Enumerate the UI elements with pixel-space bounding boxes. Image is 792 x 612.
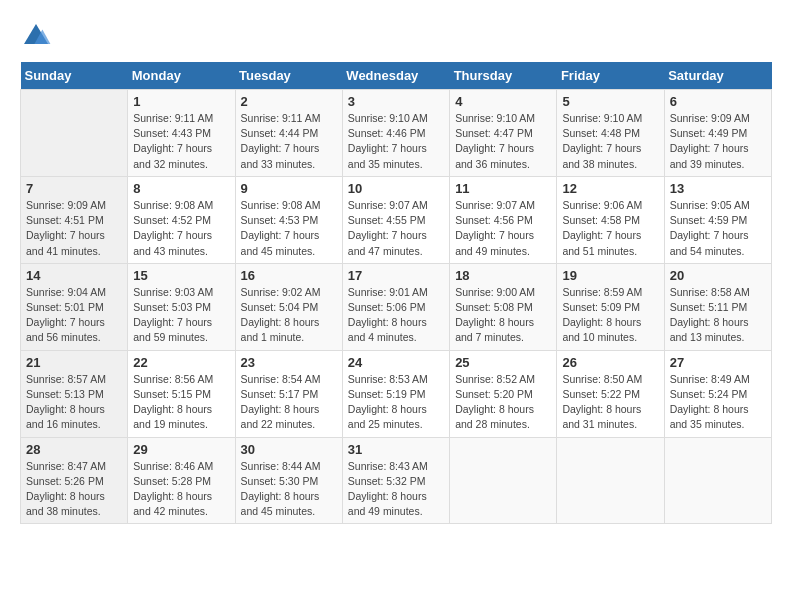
week-row-3: 14Sunrise: 9:04 AMSunset: 5:01 PMDayligh… — [21, 263, 772, 350]
calendar-cell: 8Sunrise: 9:08 AMSunset: 4:52 PMDaylight… — [128, 176, 235, 263]
calendar-cell: 11Sunrise: 9:07 AMSunset: 4:56 PMDayligh… — [450, 176, 557, 263]
day-number: 28 — [26, 442, 122, 457]
calendar-cell: 16Sunrise: 9:02 AMSunset: 5:04 PMDayligh… — [235, 263, 342, 350]
day-number: 5 — [562, 94, 658, 109]
day-number: 25 — [455, 355, 551, 370]
day-info: Sunrise: 8:49 AMSunset: 5:24 PMDaylight:… — [670, 372, 766, 433]
calendar-cell: 9Sunrise: 9:08 AMSunset: 4:53 PMDaylight… — [235, 176, 342, 263]
day-info: Sunrise: 9:06 AMSunset: 4:58 PMDaylight:… — [562, 198, 658, 259]
day-info: Sunrise: 8:43 AMSunset: 5:32 PMDaylight:… — [348, 459, 444, 520]
day-info: Sunrise: 9:11 AMSunset: 4:43 PMDaylight:… — [133, 111, 229, 172]
calendar-cell: 22Sunrise: 8:56 AMSunset: 5:15 PMDayligh… — [128, 350, 235, 437]
day-number: 24 — [348, 355, 444, 370]
calendar-cell: 30Sunrise: 8:44 AMSunset: 5:30 PMDayligh… — [235, 437, 342, 524]
calendar-cell: 3Sunrise: 9:10 AMSunset: 4:46 PMDaylight… — [342, 90, 449, 177]
calendar-cell: 5Sunrise: 9:10 AMSunset: 4:48 PMDaylight… — [557, 90, 664, 177]
day-info: Sunrise: 9:05 AMSunset: 4:59 PMDaylight:… — [670, 198, 766, 259]
calendar-cell: 2Sunrise: 9:11 AMSunset: 4:44 PMDaylight… — [235, 90, 342, 177]
day-info: Sunrise: 8:44 AMSunset: 5:30 PMDaylight:… — [241, 459, 337, 520]
calendar-cell: 19Sunrise: 8:59 AMSunset: 5:09 PMDayligh… — [557, 263, 664, 350]
calendar-cell: 10Sunrise: 9:07 AMSunset: 4:55 PMDayligh… — [342, 176, 449, 263]
day-number: 7 — [26, 181, 122, 196]
day-info: Sunrise: 9:08 AMSunset: 4:53 PMDaylight:… — [241, 198, 337, 259]
calendar-cell — [450, 437, 557, 524]
day-number: 23 — [241, 355, 337, 370]
day-info: Sunrise: 9:08 AMSunset: 4:52 PMDaylight:… — [133, 198, 229, 259]
calendar-cell: 12Sunrise: 9:06 AMSunset: 4:58 PMDayligh… — [557, 176, 664, 263]
day-number: 21 — [26, 355, 122, 370]
calendar-cell: 28Sunrise: 8:47 AMSunset: 5:26 PMDayligh… — [21, 437, 128, 524]
day-info: Sunrise: 8:58 AMSunset: 5:11 PMDaylight:… — [670, 285, 766, 346]
calendar-cell: 26Sunrise: 8:50 AMSunset: 5:22 PMDayligh… — [557, 350, 664, 437]
day-info: Sunrise: 9:07 AMSunset: 4:55 PMDaylight:… — [348, 198, 444, 259]
week-row-1: 1Sunrise: 9:11 AMSunset: 4:43 PMDaylight… — [21, 90, 772, 177]
day-info: Sunrise: 9:01 AMSunset: 5:06 PMDaylight:… — [348, 285, 444, 346]
calendar-cell: 13Sunrise: 9:05 AMSunset: 4:59 PMDayligh… — [664, 176, 771, 263]
day-header-tuesday: Tuesday — [235, 62, 342, 90]
day-number: 2 — [241, 94, 337, 109]
calendar-cell: 24Sunrise: 8:53 AMSunset: 5:19 PMDayligh… — [342, 350, 449, 437]
day-info: Sunrise: 9:00 AMSunset: 5:08 PMDaylight:… — [455, 285, 551, 346]
day-info: Sunrise: 9:02 AMSunset: 5:04 PMDaylight:… — [241, 285, 337, 346]
calendar-cell: 21Sunrise: 8:57 AMSunset: 5:13 PMDayligh… — [21, 350, 128, 437]
day-info: Sunrise: 9:10 AMSunset: 4:48 PMDaylight:… — [562, 111, 658, 172]
day-header-wednesday: Wednesday — [342, 62, 449, 90]
day-info: Sunrise: 8:52 AMSunset: 5:20 PMDaylight:… — [455, 372, 551, 433]
day-number: 11 — [455, 181, 551, 196]
calendar-cell: 25Sunrise: 8:52 AMSunset: 5:20 PMDayligh… — [450, 350, 557, 437]
calendar-cell: 6Sunrise: 9:09 AMSunset: 4:49 PMDaylight… — [664, 90, 771, 177]
day-number: 3 — [348, 94, 444, 109]
day-header-saturday: Saturday — [664, 62, 771, 90]
day-number: 17 — [348, 268, 444, 283]
day-info: Sunrise: 9:04 AMSunset: 5:01 PMDaylight:… — [26, 285, 122, 346]
week-row-5: 28Sunrise: 8:47 AMSunset: 5:26 PMDayligh… — [21, 437, 772, 524]
logo — [20, 20, 56, 52]
page-header — [20, 20, 772, 52]
day-number: 1 — [133, 94, 229, 109]
calendar-cell: 23Sunrise: 8:54 AMSunset: 5:17 PMDayligh… — [235, 350, 342, 437]
calendar-cell: 17Sunrise: 9:01 AMSunset: 5:06 PMDayligh… — [342, 263, 449, 350]
day-number: 30 — [241, 442, 337, 457]
day-info: Sunrise: 8:47 AMSunset: 5:26 PMDaylight:… — [26, 459, 122, 520]
day-info: Sunrise: 9:07 AMSunset: 4:56 PMDaylight:… — [455, 198, 551, 259]
day-number: 4 — [455, 94, 551, 109]
calendar-cell — [21, 90, 128, 177]
day-info: Sunrise: 8:50 AMSunset: 5:22 PMDaylight:… — [562, 372, 658, 433]
day-number: 31 — [348, 442, 444, 457]
calendar-cell: 18Sunrise: 9:00 AMSunset: 5:08 PMDayligh… — [450, 263, 557, 350]
day-info: Sunrise: 9:11 AMSunset: 4:44 PMDaylight:… — [241, 111, 337, 172]
day-number: 8 — [133, 181, 229, 196]
day-info: Sunrise: 8:46 AMSunset: 5:28 PMDaylight:… — [133, 459, 229, 520]
day-info: Sunrise: 8:57 AMSunset: 5:13 PMDaylight:… — [26, 372, 122, 433]
day-header-sunday: Sunday — [21, 62, 128, 90]
day-info: Sunrise: 8:53 AMSunset: 5:19 PMDaylight:… — [348, 372, 444, 433]
calendar-cell — [664, 437, 771, 524]
calendar-cell — [557, 437, 664, 524]
day-number: 9 — [241, 181, 337, 196]
day-info: Sunrise: 8:54 AMSunset: 5:17 PMDaylight:… — [241, 372, 337, 433]
calendar-cell: 14Sunrise: 9:04 AMSunset: 5:01 PMDayligh… — [21, 263, 128, 350]
day-number: 15 — [133, 268, 229, 283]
calendar-cell: 27Sunrise: 8:49 AMSunset: 5:24 PMDayligh… — [664, 350, 771, 437]
day-number: 20 — [670, 268, 766, 283]
week-row-2: 7Sunrise: 9:09 AMSunset: 4:51 PMDaylight… — [21, 176, 772, 263]
day-number: 6 — [670, 94, 766, 109]
day-header-monday: Monday — [128, 62, 235, 90]
calendar-cell: 7Sunrise: 9:09 AMSunset: 4:51 PMDaylight… — [21, 176, 128, 263]
day-info: Sunrise: 9:09 AMSunset: 4:51 PMDaylight:… — [26, 198, 122, 259]
day-info: Sunrise: 8:59 AMSunset: 5:09 PMDaylight:… — [562, 285, 658, 346]
calendar-cell: 20Sunrise: 8:58 AMSunset: 5:11 PMDayligh… — [664, 263, 771, 350]
day-info: Sunrise: 9:09 AMSunset: 4:49 PMDaylight:… — [670, 111, 766, 172]
day-number: 12 — [562, 181, 658, 196]
calendar-cell: 15Sunrise: 9:03 AMSunset: 5:03 PMDayligh… — [128, 263, 235, 350]
days-header-row: SundayMondayTuesdayWednesdayThursdayFrid… — [21, 62, 772, 90]
day-number: 27 — [670, 355, 766, 370]
day-info: Sunrise: 9:10 AMSunset: 4:46 PMDaylight:… — [348, 111, 444, 172]
calendar-cell: 1Sunrise: 9:11 AMSunset: 4:43 PMDaylight… — [128, 90, 235, 177]
day-header-thursday: Thursday — [450, 62, 557, 90]
day-number: 18 — [455, 268, 551, 283]
day-info: Sunrise: 9:03 AMSunset: 5:03 PMDaylight:… — [133, 285, 229, 346]
calendar-cell: 29Sunrise: 8:46 AMSunset: 5:28 PMDayligh… — [128, 437, 235, 524]
day-number: 14 — [26, 268, 122, 283]
day-number: 22 — [133, 355, 229, 370]
